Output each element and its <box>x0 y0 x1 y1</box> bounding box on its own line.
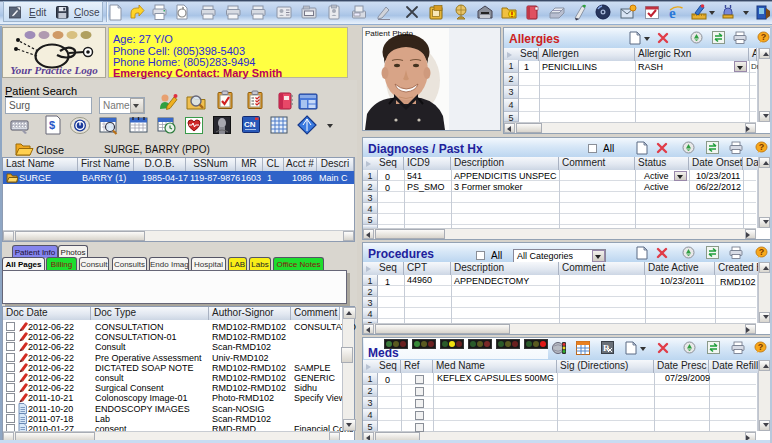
svg-text:?: ? <box>761 32 767 42</box>
svg-text:?: ? <box>759 247 765 257</box>
svg-text:?: ? <box>758 342 764 352</box>
svg-text:$: $ <box>49 119 55 131</box>
svg-text:CN: CN <box>244 120 256 129</box>
svg-text:?: ? <box>759 142 765 152</box>
